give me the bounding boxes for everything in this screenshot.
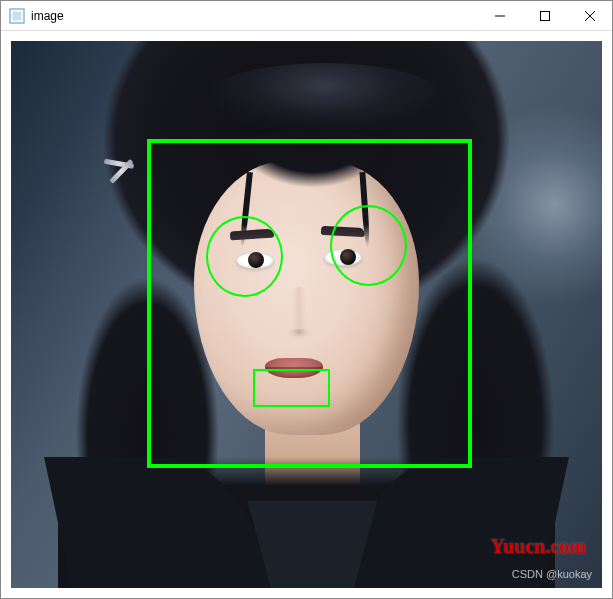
titlebar[interactable]: image <box>1 1 612 31</box>
svg-rect-3 <box>540 11 549 20</box>
eye-detection-circle-left <box>206 216 283 297</box>
maximize-button[interactable] <box>522 1 567 30</box>
portrait-hair-shine <box>200 63 448 140</box>
svg-rect-1 <box>13 11 22 20</box>
mouth-detection-box <box>253 369 330 407</box>
eye-detection-circle-right <box>330 205 407 286</box>
app-icon <box>9 8 25 24</box>
window-title: image <box>31 9 64 23</box>
watermark-author: CSDN @kuokay <box>512 568 592 580</box>
minimize-button[interactable] <box>477 1 522 30</box>
window-controls <box>477 1 612 30</box>
face-detection-box <box>147 139 472 467</box>
image-canvas: Yuucn.com CSDN @kuokay <box>11 41 602 588</box>
watermark-site: Yuucn.com <box>491 535 586 558</box>
client-area: Yuucn.com CSDN @kuokay <box>1 31 612 598</box>
title-left: image <box>1 8 477 24</box>
app-window: image <box>0 0 613 599</box>
close-button[interactable] <box>567 1 612 30</box>
